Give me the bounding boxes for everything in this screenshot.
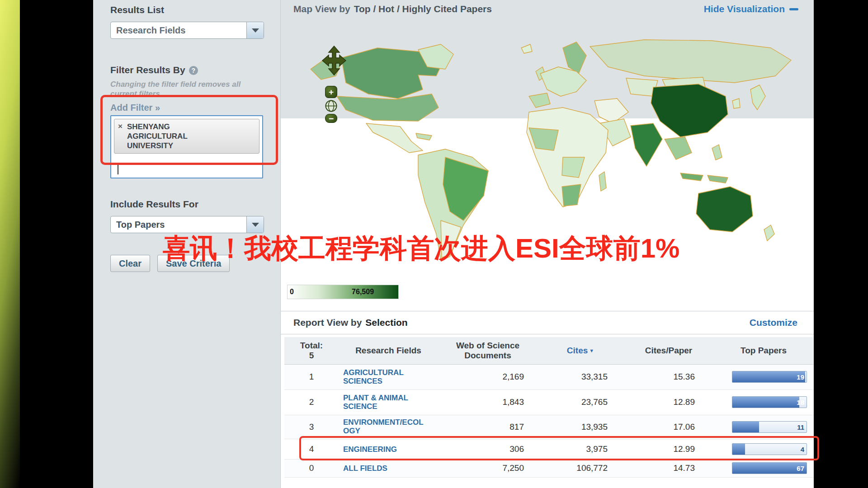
hide-visualization-link[interactable]: Hide Visualization <box>704 4 798 14</box>
chevron-down-icon <box>252 28 259 33</box>
row-cites-per-paper: 12.89 <box>623 389 714 415</box>
filter-results-heading: Filter Results By? <box>110 65 198 75</box>
filter-tag-label: SHENYANG AGRICULTURAL UNIVERSITY <box>127 122 204 150</box>
research-field-link[interactable]: ALL FIELDS <box>343 464 425 473</box>
row-docs: 817 <box>438 415 538 439</box>
top-papers-bar-fill <box>732 422 759 432</box>
table-row: 1 AGRICULTURAL SCIENCES 2,169 33,315 15.… <box>284 364 813 389</box>
globe-icon[interactable] <box>325 100 337 112</box>
research-field-link[interactable]: ENVIRONMENT/ECOLOGY <box>343 418 425 435</box>
report-header: Report View bySelection Customize <box>281 311 814 334</box>
row-docs: 7,250 <box>438 459 538 477</box>
top-papers-bar: 11 <box>732 421 807 433</box>
column-wos-documents: Web of Science Documents <box>438 337 538 364</box>
row-cites: 13,935 <box>538 415 623 439</box>
include-results-dropdown-value: Top Papers <box>111 220 246 230</box>
top-papers-bar: 19 <box>732 371 807 383</box>
world-map-visualization[interactable] <box>283 22 814 284</box>
dropdown-button[interactable] <box>246 22 264 38</box>
background-photo-strip <box>0 0 20 488</box>
filter-note: Changing the filter field removes all cu… <box>110 80 259 99</box>
row-cites-per-paper: 12.99 <box>623 439 714 459</box>
main-content: Map View byTop / Hot / Highly Cited Pape… <box>281 0 814 488</box>
top-papers-value: 4 <box>801 446 804 453</box>
research-field-link[interactable]: ENGINEERING <box>343 445 425 454</box>
save-criteria-button[interactable]: Save Criteria <box>157 255 230 272</box>
zoom-in-button[interactable]: + <box>325 86 337 98</box>
row-cites: 106,772 <box>538 459 623 477</box>
include-results-dropdown[interactable]: Top Papers <box>110 216 264 233</box>
research-field-link[interactable]: AGRICULTURAL SCIENCES <box>343 368 425 385</box>
table-header-row: Total: 5 Research Fields Web of Science … <box>284 337 813 364</box>
dropdown-button[interactable] <box>246 216 264 233</box>
customize-link[interactable]: Customize <box>750 317 797 328</box>
table-row: 3 ENVIRONMENT/ECOLOGY 817 13,935 17.06 1… <box>284 415 813 439</box>
row-rank: 0 <box>284 459 339 477</box>
filter-input-box[interactable]: × SHENYANG AGRICULTURAL UNIVERSITY <box>110 115 263 178</box>
text-cursor <box>118 163 118 174</box>
row-rank: 1 <box>284 364 339 389</box>
row-rank: 4 <box>284 439 339 459</box>
top-papers-bar-fill <box>732 463 807 474</box>
include-results-heading: Include Results For <box>110 199 198 210</box>
legend-max-label: 76,509 <box>352 288 374 296</box>
clear-button[interactable]: Clear <box>110 255 150 272</box>
top-papers-bar-fill <box>732 397 799 408</box>
sidebar: Results List Research Fields Filter Resu… <box>93 0 281 488</box>
zoom-out-button[interactable]: − <box>325 114 337 123</box>
add-filter-link[interactable]: Add Filter » <box>110 103 160 113</box>
map-pan-control[interactable] <box>321 45 347 78</box>
row-cites: 23,765 <box>538 389 623 415</box>
top-papers-bar-fill <box>732 371 805 382</box>
column-cites-sort[interactable]: Cites▼ <box>538 337 623 364</box>
top-papers-value: 19 <box>797 373 804 381</box>
row-docs: 1,843 <box>438 389 538 415</box>
results-list-dropdown-value: Research Fields <box>111 25 246 36</box>
column-research-fields: Research Fields <box>339 337 438 364</box>
map-zoom-controls: + − <box>325 86 337 123</box>
top-papers-bar: 18 <box>732 396 807 408</box>
chevron-down-icon <box>252 223 259 227</box>
column-top-papers: Top Papers <box>714 337 813 364</box>
row-cites-per-paper: 17.06 <box>623 415 714 439</box>
results-list-heading: Results List <box>110 5 164 15</box>
map-color-legend: 0 76,509 <box>287 285 399 299</box>
row-cites: 33,315 <box>538 364 623 389</box>
filter-tag: × SHENYANG AGRICULTURAL UNIVERSITY <box>114 119 259 154</box>
research-field-link[interactable]: PLANT & ANIMAL SCIENCE <box>343 394 425 411</box>
row-rank: 2 <box>284 389 339 415</box>
table-row: 4 ENGINEERING 306 3,975 12.99 4 <box>284 439 813 459</box>
top-papers-bar-fill <box>732 444 745 455</box>
row-docs: 306 <box>438 439 538 459</box>
results-list-dropdown[interactable]: Research Fields <box>110 22 264 39</box>
report-view-title: Report View bySelection <box>293 317 408 328</box>
remove-filter-icon[interactable]: × <box>118 122 123 131</box>
table-row: 0 ALL FIELDS 7,250 106,772 14.73 67 <box>284 459 813 477</box>
sort-descending-icon: ▼ <box>589 348 594 353</box>
map-view-title: Map View byTop / Hot / Highly Cited Pape… <box>293 4 492 14</box>
table-row: 2 PLANT & ANIMAL SCIENCE 1,843 23,765 12… <box>284 389 813 415</box>
row-rank: 3 <box>284 415 339 439</box>
map-header: Map View byTop / Hot / Highly Cited Pape… <box>281 0 814 18</box>
top-papers-value: 67 <box>797 465 804 472</box>
legend-min-label: 0 <box>290 288 294 296</box>
top-papers-bar: 4 <box>732 443 807 455</box>
column-total: Total: 5 <box>284 337 339 364</box>
top-papers-bar: 67 <box>732 462 807 474</box>
esi-application-window: Results List Research Fields Filter Resu… <box>0 0 868 488</box>
row-cites-per-paper: 15.36 <box>623 364 714 389</box>
report-table: Total: 5 Research Fields Web of Science … <box>284 337 813 478</box>
top-papers-value: 18 <box>797 399 804 406</box>
help-icon[interactable]: ? <box>189 66 198 75</box>
column-cites-per-paper: Cites/Paper <box>623 337 714 364</box>
minus-icon <box>789 8 798 10</box>
row-cites: 3,975 <box>538 439 623 459</box>
row-docs: 2,169 <box>438 364 538 389</box>
row-cites-per-paper: 14.73 <box>623 459 714 477</box>
top-papers-value: 11 <box>797 423 804 431</box>
